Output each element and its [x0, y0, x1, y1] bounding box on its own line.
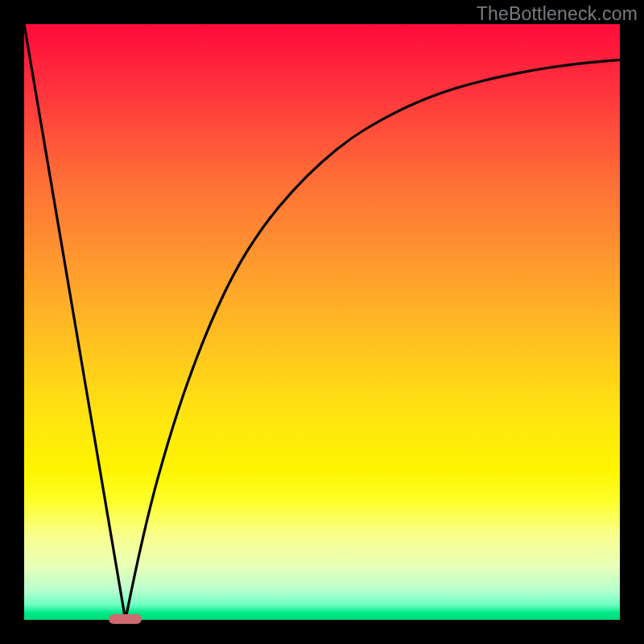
right-curve-line [126, 60, 620, 620]
chart-frame: TheBottleneck.com [0, 0, 644, 644]
watermark-text: TheBottleneck.com [477, 3, 638, 25]
curve-layer [24, 24, 620, 620]
plot-area [24, 24, 620, 620]
valley-marker [109, 614, 142, 624]
left-descent-line [24, 24, 126, 620]
